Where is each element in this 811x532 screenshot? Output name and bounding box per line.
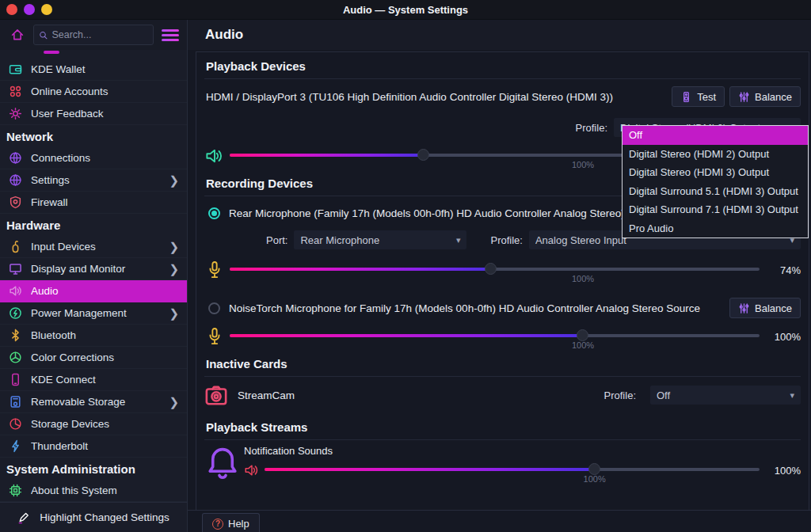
maximize-button[interactable] <box>41 4 52 15</box>
sidebar-item-online-accounts[interactable]: Online Accounts <box>0 81 187 103</box>
slider-handle[interactable] <box>577 329 588 341</box>
highlight-changed-settings-label: Highlight Changed Settings <box>40 511 169 523</box>
chevron-down-icon: ▾ <box>456 235 461 245</box>
sidebar-item-connections[interactable]: Connections <box>0 147 187 169</box>
slider-handle[interactable] <box>485 263 497 275</box>
port-select[interactable]: Rear Microphone ▾ <box>294 230 466 249</box>
highlighter-icon <box>17 511 30 524</box>
streamcam-profile-select[interactable]: Off ▾ <box>650 386 801 405</box>
sidebar-item-label: KDE Wallet <box>31 63 179 75</box>
page-header: Audio <box>188 20 811 50</box>
dropdown-option-digital-surround-5-1-hdmi-3-output[interactable]: Digital Surround 5.1 (HDMI 3) Output <box>623 182 808 201</box>
dropdown-option-digital-stereo-hdmi-2-output[interactable]: Digital Stereo (HDMI 2) Output <box>623 145 808 164</box>
hamburger-menu-button[interactable] <box>158 25 182 44</box>
balance-sliders-icon <box>738 302 750 314</box>
sidebar-item-settings[interactable]: Settings❯ <box>0 169 187 192</box>
house-icon <box>10 28 25 42</box>
sidebar-item-label: Storage Devices <box>31 418 179 430</box>
sidebar-item-kde-wallet[interactable]: KDE Wallet <box>0 59 187 81</box>
sidebar-item-bluetooth[interactable]: Bluetooth <box>0 325 187 347</box>
footer-bar: ? Help <box>188 510 811 532</box>
main-content: Playback Devices HDMI / DisplayPort 3 (T… <box>188 50 811 532</box>
sidebar-item-label: Audio <box>31 285 179 297</box>
sidebar-item-kde-connect[interactable]: KDE Connect <box>0 369 187 391</box>
noisetorch-name: NoiseTorch Microphone for Family 17h (Mo… <box>227 302 729 314</box>
balance-button-noisetorch[interactable]: Balance <box>729 298 801 318</box>
profile-dropdown-popup: OffDigital Stereo (HDMI 2) OutputDigital… <box>622 125 809 238</box>
chevron-right-icon: ❯ <box>169 174 179 186</box>
highlight-changed-settings-button[interactable]: Highlight Changed Settings <box>0 502 187 532</box>
close-button[interactable] <box>6 4 17 15</box>
sidebar-item-about-this-system[interactable]: About this System <box>0 480 187 502</box>
rear-mic-volume-slider[interactable]: 100% <box>230 258 760 282</box>
section-title-inactive-cards: Inactive Cards <box>204 350 801 377</box>
page-title: Audio <box>205 27 243 43</box>
sidebar-item-input-devices[interactable]: Input Devices❯ <box>0 236 187 258</box>
streamcam-name: StreamCam <box>236 390 596 401</box>
monitor-icon <box>9 262 22 276</box>
sidebar-item-audio[interactable]: Audio <box>0 280 187 302</box>
speaker-icon <box>9 284 22 298</box>
sidebar-toolbar <box>0 20 188 50</box>
toolbar: Audio <box>0 20 811 50</box>
notification-sounds-row: Notification Sounds 100% 100% <box>204 443 801 484</box>
camera-icon <box>204 384 228 406</box>
speaker-volume-icon <box>204 147 225 165</box>
search-input[interactable] <box>51 29 148 40</box>
phone-icon <box>9 373 22 386</box>
sidebar-item-label: Removable Storage <box>31 396 160 408</box>
noisetorch-volume-value: 100% <box>764 331 801 343</box>
noisetorch-row: NoiseTorch Microphone for Family 17h (Mo… <box>204 291 801 320</box>
minimize-button[interactable] <box>24 4 35 15</box>
slider-handle[interactable] <box>417 149 429 161</box>
sidebar-item-thunderbolt[interactable]: Thunderbolt <box>0 435 187 458</box>
sidebar-item-color-corrections[interactable]: Color Corrections <box>0 347 187 369</box>
sidebar-item-storage-devices[interactable]: Storage Devices <box>0 413 187 435</box>
sidebar-item-display-and-monitor[interactable]: Display and Monitor❯ <box>0 258 187 280</box>
dropdown-option-off[interactable]: Off <box>623 126 808 145</box>
removable-drive-icon <box>9 395 22 408</box>
noisetorch-volume-row: 100% 100% <box>204 323 801 350</box>
thunderbolt-icon <box>9 439 22 453</box>
speaker-volume-icon <box>244 463 260 477</box>
notification-volume-slider[interactable]: 100% <box>265 458 760 482</box>
window-title: Audio — System Settings <box>0 4 811 16</box>
settings-scroll-view: Playback Devices HDMI / DisplayPort 3 (T… <box>196 51 809 510</box>
sidebar: KDE WalletOnline AccountsUser FeedbackNe… <box>0 50 188 532</box>
microphone-icon <box>204 327 225 346</box>
noisetorch-volume-slider[interactable]: 100% <box>230 325 760 348</box>
stream-name: Notification Sounds <box>244 443 801 457</box>
sidebar-item-power-management[interactable]: Power Management❯ <box>0 302 187 325</box>
slider-handle[interactable] <box>588 463 600 475</box>
sidebar-item-label: Display and Monitor <box>31 263 160 275</box>
search-field[interactable] <box>33 25 154 45</box>
dropdown-option-digital-surround-7-1-hdmi-3-output[interactable]: Digital Surround 7.1 (HDMI 3) Output <box>623 200 808 219</box>
test-button[interactable]: Test <box>672 86 725 107</box>
sidebar-section-hardware: Hardware <box>0 214 187 236</box>
sidebar-item-user-feedback[interactable]: User Feedback <box>0 103 187 125</box>
sidebar-item-label: Connections <box>31 152 179 164</box>
balance-button-playback[interactable]: Balance <box>729 86 801 107</box>
chevron-right-icon: ❯ <box>169 307 179 319</box>
bell-icon <box>204 445 241 481</box>
online-accounts-icon <box>9 85 22 98</box>
noisetorch-radio[interactable] <box>208 302 220 314</box>
color-wheel-icon <box>9 351 22 364</box>
section-title-playback-streams: Playback Streams <box>204 413 801 440</box>
dropdown-option-digital-stereo-hdmi-3-output[interactable]: Digital Stereo (HDMI 3) Output <box>623 163 808 182</box>
chevron-right-icon: ❯ <box>169 396 179 408</box>
sidebar-item-label: About this System <box>31 484 179 496</box>
playback-device-row: HDMI / DisplayPort 3 (TU106 High Definit… <box>204 79 801 114</box>
sidebar-item-firewall[interactable]: Firewall <box>0 192 187 214</box>
scrolled-item-sliver <box>0 50 187 54</box>
sidebar-item-label: Bluetooth <box>31 329 179 341</box>
window-controls <box>6 4 52 15</box>
microphone-icon <box>204 260 225 279</box>
sidebar-item-removable-storage[interactable]: Removable Storage❯ <box>0 391 187 413</box>
sidebar-item-label: Firewall <box>31 196 179 208</box>
rear-mic-volume-value: 74% <box>764 264 801 276</box>
home-button[interactable] <box>6 25 29 45</box>
rear-mic-radio[interactable] <box>208 207 220 219</box>
dropdown-option-pro-audio[interactable]: Pro Audio <box>623 219 808 238</box>
help-button[interactable]: ? Help <box>202 513 260 532</box>
